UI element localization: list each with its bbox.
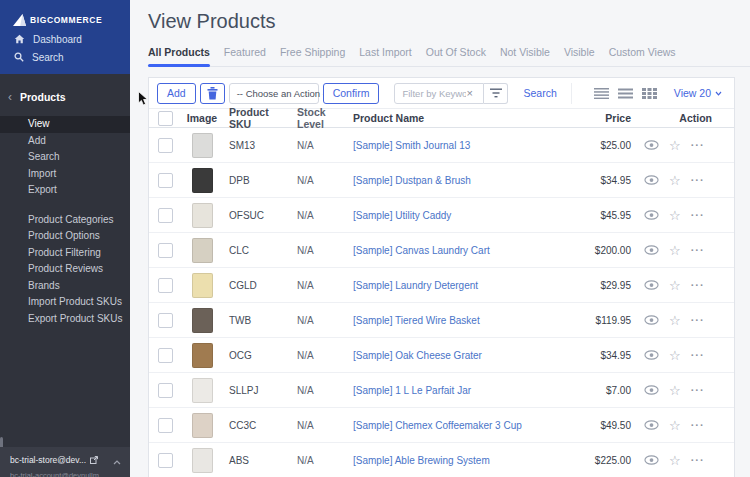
row-checkbox[interactable]: [158, 313, 173, 328]
eye-icon[interactable]: [644, 245, 659, 255]
eye-icon[interactable]: [644, 420, 659, 430]
row-checkbox[interactable]: [158, 208, 173, 223]
product-thumbnail[interactable]: [192, 273, 213, 298]
filter-options-button[interactable]: [484, 83, 508, 104]
eye-icon[interactable]: [644, 280, 659, 290]
product-thumbnail[interactable]: [192, 168, 213, 193]
tab-free-shipping[interactable]: Free Shipping: [280, 46, 345, 66]
ellipsis-icon[interactable]: ···: [691, 384, 705, 396]
ellipsis-icon[interactable]: ···: [691, 349, 705, 361]
row-checkbox[interactable]: [158, 278, 173, 293]
delete-button[interactable]: [200, 83, 225, 104]
product-name-link[interactable]: [Sample] 1 L Le Parfait Jar: [353, 385, 471, 396]
sidebar-account[interactable]: bc-trial-store@dev... bc-trial-account@d…: [0, 447, 130, 477]
sidebar-item-product-filtering[interactable]: Product Filtering: [0, 245, 130, 262]
sidebar-section-products[interactable]: ‹ Products: [0, 83, 130, 111]
product-thumbnail[interactable]: [192, 378, 213, 403]
tab-visible[interactable]: Visible: [564, 46, 595, 66]
clear-filter-icon[interactable]: ×: [466, 87, 472, 99]
product-name-link[interactable]: [Sample] Canvas Laundry Cart: [353, 245, 490, 256]
row-checkbox[interactable]: [158, 138, 173, 153]
sidebar-item-export[interactable]: Export: [0, 182, 130, 199]
view-compact-icon[interactable]: [594, 88, 609, 99]
product-price: $25.00: [575, 140, 631, 151]
star-icon[interactable]: ☆: [669, 419, 681, 432]
product-name-link[interactable]: [Sample] Tiered Wire Basket: [353, 315, 480, 326]
eye-icon[interactable]: [644, 385, 659, 395]
sidebar-item-product-reviews[interactable]: Product Reviews: [0, 261, 130, 278]
keyword-filter-input[interactable]: [402, 88, 466, 99]
table-row: CGLD N/A [Sample] Laundry Detergent $29.…: [149, 268, 734, 303]
row-checkbox[interactable]: [158, 348, 173, 363]
ellipsis-icon[interactable]: ···: [691, 174, 705, 186]
ellipsis-icon[interactable]: ···: [691, 454, 705, 466]
sidebar-item-product-options[interactable]: Product Options: [0, 228, 130, 245]
ellipsis-icon[interactable]: ···: [691, 209, 705, 221]
star-icon[interactable]: ☆: [669, 314, 681, 327]
product-name-link[interactable]: [Sample] Able Brewing System: [353, 455, 490, 466]
row-checkbox[interactable]: [158, 383, 173, 398]
row-checkbox[interactable]: [158, 173, 173, 188]
row-checkbox[interactable]: [158, 418, 173, 433]
star-icon[interactable]: ☆: [669, 454, 681, 467]
sidebar-item-brands[interactable]: Brands: [0, 278, 130, 295]
view-grid-icon[interactable]: [642, 88, 657, 99]
tab-all-products[interactable]: All Products: [148, 46, 210, 66]
product-thumbnail[interactable]: [192, 413, 213, 438]
ellipsis-icon[interactable]: ···: [691, 279, 705, 291]
select-all-checkbox[interactable]: [158, 111, 173, 126]
confirm-button[interactable]: Confirm: [323, 83, 380, 104]
view-list-icon[interactable]: [618, 88, 633, 99]
sidebar-item-add[interactable]: Add: [0, 133, 130, 150]
product-name-link[interactable]: [Sample] Laundry Detergent: [353, 280, 478, 291]
sidebar-item-product-search[interactable]: Search: [0, 149, 130, 166]
product-name-link[interactable]: [Sample] Utility Caddy: [353, 210, 451, 221]
tab-featured[interactable]: Featured: [224, 46, 266, 66]
star-icon[interactable]: ☆: [669, 174, 681, 187]
sidebar-item-search[interactable]: Search: [0, 48, 130, 66]
tab-custom-views[interactable]: Custom Views: [609, 46, 676, 66]
ellipsis-icon[interactable]: ···: [691, 139, 705, 151]
product-thumbnail[interactable]: [192, 133, 213, 158]
add-button[interactable]: Add: [157, 83, 196, 104]
star-icon[interactable]: ☆: [669, 244, 681, 257]
product-name-link[interactable]: [Sample] Oak Cheese Grater: [353, 350, 482, 361]
product-thumbnail[interactable]: [192, 203, 213, 228]
row-checkbox[interactable]: [158, 243, 173, 258]
product-thumbnail[interactable]: [192, 343, 213, 368]
product-price: $45.95: [575, 210, 631, 221]
star-icon[interactable]: ☆: [669, 349, 681, 362]
sidebar-item-product-categories[interactable]: Product Categories: [0, 212, 130, 229]
search-link[interactable]: Search: [523, 83, 571, 104]
eye-icon[interactable]: [644, 315, 659, 325]
eye-icon[interactable]: [644, 210, 659, 220]
star-icon[interactable]: ☆: [669, 209, 681, 222]
view-count-dropdown[interactable]: View 20: [674, 87, 722, 99]
product-name-link[interactable]: [Sample] Dustpan & Brush: [353, 175, 471, 186]
ellipsis-icon[interactable]: ···: [691, 419, 705, 431]
ellipsis-icon[interactable]: ···: [691, 244, 705, 256]
star-icon[interactable]: ☆: [669, 139, 681, 152]
action-select[interactable]: -- Choose an Action --: [229, 83, 319, 104]
tab-last-import[interactable]: Last Import: [359, 46, 412, 66]
sidebar-item-import-product-skus[interactable]: Import Product SKUs: [0, 294, 130, 311]
tab-out-of-stock[interactable]: Out Of Stock: [426, 46, 486, 66]
product-thumbnail[interactable]: [192, 448, 213, 473]
eye-icon[interactable]: [644, 175, 659, 185]
eye-icon[interactable]: [644, 140, 659, 150]
ellipsis-icon[interactable]: ···: [691, 314, 705, 326]
sidebar-item-import[interactable]: Import: [0, 166, 130, 183]
star-icon[interactable]: ☆: [669, 384, 681, 397]
product-thumbnail[interactable]: [192, 238, 213, 263]
star-icon[interactable]: ☆: [669, 279, 681, 292]
sidebar-item-dashboard[interactable]: Dashboard: [0, 30, 130, 48]
sidebar-item-view[interactable]: View: [0, 116, 130, 133]
product-name-link[interactable]: [Sample] Smith Journal 13: [353, 140, 470, 151]
row-checkbox[interactable]: [158, 453, 173, 468]
product-name-link[interactable]: [Sample] Chemex Coffeemaker 3 Cup: [353, 420, 522, 431]
tab-not-visible[interactable]: Not Visible: [500, 46, 550, 66]
sidebar-item-export-product-skus[interactable]: Export Product SKUs: [0, 311, 130, 328]
eye-icon[interactable]: [644, 350, 659, 360]
eye-icon[interactable]: [644, 455, 659, 465]
product-thumbnail[interactable]: [192, 308, 213, 333]
